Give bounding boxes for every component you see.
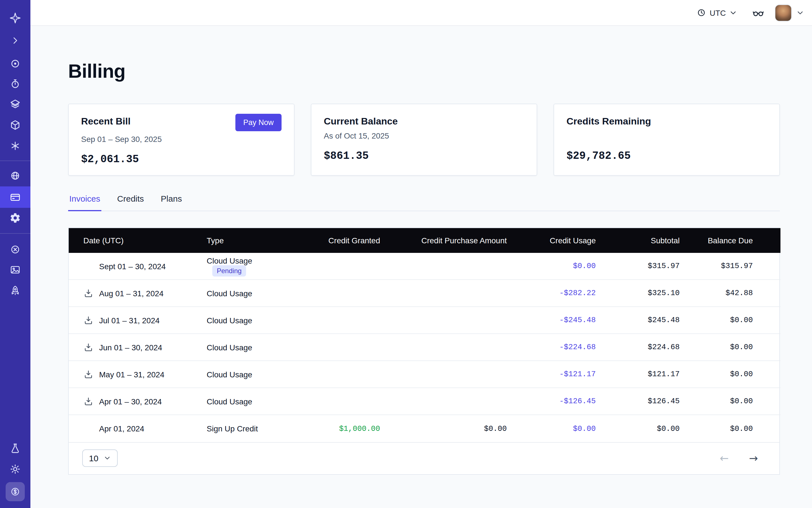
column-header-date: Date (UTC) [69,228,207,253]
invoice-row: Jun 01 – 30, 2024 Cloud Usage -$224.68 $… [69,334,780,361]
column-header-balance-due: Balance Due [680,228,780,253]
sidebar-item-theme[interactable] [0,459,31,479]
cell-credit-purchase-amount [380,361,507,388]
download-icon [83,396,93,407]
invoice-row: Apr 01 – 30, 2024 Cloud Usage -$126.45 $… [69,388,780,415]
invoice-date: Apr 01 – 30, 2024 [99,397,162,406]
logo-star-icon [9,12,22,24]
card-title: Credits Remaining [566,116,651,128]
cell-subtotal: $126.45 [596,388,680,415]
column-header-credit-granted: Credit Granted [291,228,380,253]
cell-credit-usage: -$245.48 [507,307,596,334]
recent-bill-card: Recent Bill Pay Now Sep 01 – Sep 30, 202… [68,103,295,176]
cell-subtotal: $0.00 [596,415,680,442]
invoice-row: Jul 01 – 31, 2024 Cloud Usage -$245.48 $… [69,307,780,334]
cell-balance-due: $42.88 [680,280,780,307]
cell-subtotal: $325.10 [596,280,680,307]
invoice-date: May 01 – 31, 2024 [99,370,164,379]
cell-credit-granted [291,361,380,388]
rows-per-page-select[interactable]: 10 [82,450,117,467]
download-invoice-button[interactable] [83,315,93,326]
dollar-coin-icon [9,486,21,497]
card-amount: $861.35 [324,150,524,162]
download-invoice-button[interactable] [83,342,93,352]
cell-subtotal: $224.68 [596,334,680,361]
cell-balance-due: $0.00 [680,388,780,415]
cell-credit-purchase-amount: $0.00 [380,415,507,442]
cell-credit-purchase-amount [380,253,507,280]
avatar[interactable] [775,4,792,21]
download-icon [83,315,93,326]
card-subtitle: As of Oct 15, 2025 [324,131,524,142]
cell-subtotal: $245.48 [596,307,680,334]
tab-plans[interactable]: Plans [160,194,183,211]
prev-page-button[interactable]: ← [720,453,729,464]
column-header-type: Type [207,228,291,253]
column-header-credit-purchase-amount: Credit Purchase Amount [380,228,507,253]
download-invoice-button[interactable] [83,288,93,298]
sidebar-item-globe[interactable] [0,166,31,186]
cell-balance-due: $0.00 [680,415,780,442]
sidebar-logo[interactable] [0,8,31,28]
download-icon [83,370,93,380]
next-page-button[interactable]: → [749,453,758,464]
timezone-selector[interactable]: UTC [696,8,737,17]
flask-icon [9,443,21,454]
cell-credit-usage: -$121.17 [507,361,596,388]
cell-balance-due: $315.97 [680,253,780,280]
tab-credits[interactable]: Credits [116,194,145,211]
pagination: ← → [720,453,758,464]
rocket-icon [9,285,21,296]
invoice-type: Cloud Usage [207,370,252,379]
sidebar-item-packages[interactable] [0,115,31,135]
sidebar-collapse-toggle[interactable] [0,31,31,51]
download-icon [83,342,93,352]
download-icon [83,288,93,298]
dollar-coin-button [6,482,25,501]
invoice-type: Sign Up Credit [207,424,258,433]
sidebar-item-settings[interactable] [0,208,31,228]
image-icon [9,264,21,276]
table-footer: 10 ← → [69,442,779,474]
sidebar-item-screens[interactable] [0,260,31,280]
cell-credit-granted [291,253,380,280]
cell-credit-usage: $0.00 [507,253,596,280]
sidebar-item-timer[interactable] [0,74,31,94]
card-title: Recent Bill [81,116,131,128]
cell-credit-granted [291,307,380,334]
cell-credit-granted: $1,000.00 [291,415,380,442]
card-subtitle [566,131,767,142]
sidebar-divider [0,161,31,161]
cell-credit-usage: -$282.22 [507,280,596,307]
sidebar-item-asterisk[interactable] [0,136,31,156]
sidebar-item-layers[interactable] [0,94,31,114]
credits-remaining-card: Credits Remaining $29,782.65 [554,103,780,176]
glasses-button[interactable] [752,6,765,19]
invoice-type: Cloud Usage [207,397,252,406]
sidebar-item-launch[interactable] [0,281,31,301]
sidebar-item-experiments[interactable] [0,438,31,458]
pay-now-button[interactable]: Pay Now [236,114,282,131]
sidebar-item-credits[interactable] [0,481,31,502]
card-amount: $2,061.35 [81,153,282,166]
summary-cards: Recent Bill Pay Now Sep 01 – Sep 30, 202… [68,103,780,176]
sidebar-item-errors[interactable] [0,239,31,260]
sidebar-item-billing[interactable] [0,186,31,208]
cell-credit-usage: -$224.68 [507,334,596,361]
cell-balance-due: $0.00 [680,361,780,388]
layers-icon [9,98,21,110]
download-invoice-button[interactable] [83,396,93,407]
cell-subtotal: $121.17 [596,361,680,388]
tab-invoices[interactable]: Invoices [68,194,101,211]
invoice-row: Aug 01 – 31, 2024 Cloud Usage -$282.22 $… [69,280,780,307]
cell-balance-due: $0.00 [680,334,780,361]
download-invoice-button[interactable] [83,370,93,380]
invoice-row: May 01 – 31, 2024 Cloud Usage -$121.17 $… [69,361,780,388]
cell-subtotal: $315.97 [596,253,680,280]
sidebar-item-radar[interactable] [0,53,31,74]
chevron-down-icon [729,9,737,16]
invoice-row: Sept 01 – 30, 2024 Cloud UsagePending $0… [69,253,780,280]
invoice-date: Apr 01, 2024 [99,424,144,433]
x-circle-icon [9,244,21,255]
user-menu-chevron-icon[interactable] [796,9,804,16]
